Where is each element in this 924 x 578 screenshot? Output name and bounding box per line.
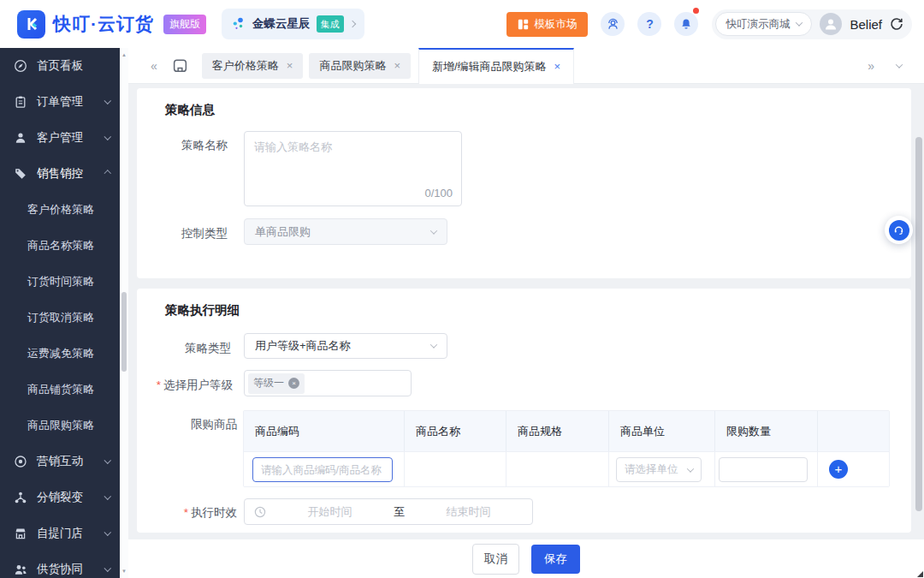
chevron-down-icon bbox=[104, 493, 110, 500]
footer-actions: 取消 保存 bbox=[128, 539, 924, 578]
notifications-button[interactable] bbox=[674, 12, 698, 36]
sidebar-item-order-time-strategy[interactable]: 订货时间策略 bbox=[0, 264, 120, 300]
product-code-input[interactable] bbox=[252, 457, 393, 482]
section-title-strategy-detail: 策略执行明细 bbox=[165, 302, 240, 319]
exec-time-label: *执行时效 bbox=[137, 505, 237, 521]
customer-service-button[interactable] bbox=[601, 12, 625, 36]
strategy-name-field: 0/100 bbox=[244, 131, 462, 206]
sales-tag-icon bbox=[14, 167, 28, 181]
cell-product-code bbox=[244, 452, 405, 486]
save-button[interactable]: 保存 bbox=[531, 545, 580, 574]
sidebar-item-freight-discount-strategy[interactable]: 运费减免策略 bbox=[0, 336, 120, 372]
cell-product-unit: 请选择单位 bbox=[609, 452, 715, 486]
col-limit-quantity: 限购数量 bbox=[715, 411, 818, 451]
sidebar-item-dashboard[interactable]: 首页看板 bbox=[0, 48, 120, 84]
customers-icon bbox=[14, 131, 28, 145]
sidebar-item-supply-collaboration[interactable]: 供货协同 bbox=[0, 551, 120, 578]
close-tab-icon[interactable]: × bbox=[394, 59, 400, 72]
customer-service-float-button[interactable] bbox=[885, 216, 913, 244]
chevron-up-icon bbox=[104, 170, 110, 177]
exec-time-range-picker[interactable]: 开始时间 至 结束时间 bbox=[244, 498, 533, 525]
sidebar-item-distribution[interactable]: 分销裂变 bbox=[0, 480, 120, 515]
sidebar-item-order-cancel-strategy[interactable]: 订货取消策略 bbox=[0, 300, 120, 336]
resize-grip[interactable] bbox=[917, 571, 923, 577]
sidebar-item-label: 销售销控 bbox=[37, 166, 83, 182]
tab-list-dropdown-icon[interactable] bbox=[896, 61, 903, 68]
app-logo-text: 快叮·云订货 bbox=[53, 12, 154, 36]
sidebar-item-label: 供货协同 bbox=[37, 562, 83, 577]
collapse-tabs-icon[interactable]: « bbox=[151, 59, 157, 73]
unit-select[interactable]: 请选择单位 bbox=[616, 457, 702, 482]
control-type-value: 单商品限购 bbox=[255, 224, 311, 240]
sidebar-item-customer-price-strategy[interactable]: 客户价格策略 bbox=[0, 192, 120, 228]
tab-label: 商品限购策略 bbox=[319, 58, 386, 74]
content-area: 策略信息 策略名称 0/100 控制类型 单商品限购 策略执行明细 策略类 bbox=[128, 84, 924, 578]
sidebar-item-label: 商品限购策略 bbox=[27, 418, 94, 433]
sidebar-item-pickup-store[interactable]: 自提门店 bbox=[0, 515, 120, 551]
notification-dot bbox=[693, 8, 699, 14]
template-market-button[interactable]: 模板市场 bbox=[506, 12, 588, 37]
tab-customer-price-strategy[interactable]: 客户价格策略 × bbox=[202, 53, 304, 79]
remove-tag-icon[interactable]: × bbox=[288, 378, 299, 389]
distribution-icon bbox=[14, 491, 28, 504]
chevron-down-icon bbox=[430, 227, 437, 234]
content-scrollbar[interactable] bbox=[915, 84, 922, 578]
expand-tabs-icon[interactable]: » bbox=[868, 59, 874, 73]
scroll-down-icon[interactable]: ▼ bbox=[120, 569, 128, 574]
headset-icon bbox=[889, 220, 909, 241]
add-row-button[interactable]: + bbox=[829, 460, 848, 479]
scroll-up-icon[interactable]: ▲ bbox=[120, 52, 128, 57]
sidebar-item-label: 客户价格策略 bbox=[27, 202, 94, 217]
sidebar-item-product-limit-strategy[interactable]: 商品限购策略 bbox=[0, 408, 120, 444]
close-tab-icon[interactable]: × bbox=[554, 60, 561, 73]
sidebar-item-customers[interactable]: 客户管理 bbox=[0, 120, 120, 156]
home-tab-icon[interactable] bbox=[172, 57, 188, 74]
sidebar-item-marketing[interactable]: 营销互动 bbox=[0, 444, 120, 480]
integration-badge: 集成 bbox=[317, 15, 344, 33]
tab-product-limit-strategy[interactable]: 商品限购策略 × bbox=[309, 53, 411, 79]
close-tab-icon[interactable]: × bbox=[287, 59, 293, 72]
chevron-down-icon bbox=[796, 19, 803, 26]
tag-label: 等级一 bbox=[253, 376, 284, 390]
content-scrollbar-thumb[interactable] bbox=[915, 137, 922, 511]
headset-person-icon bbox=[607, 18, 619, 31]
strategy-type-select[interactable]: 用户等级+商品名称 bbox=[244, 333, 447, 359]
start-time-placeholder: 开始时间 bbox=[266, 504, 394, 520]
help-button[interactable]: ? bbox=[637, 12, 661, 36]
mall-name: 快叮演示商城 bbox=[726, 17, 790, 32]
edition-badge: 旗舰版 bbox=[163, 15, 206, 34]
sidebar-item-orders[interactable]: 订单管理 bbox=[0, 84, 120, 120]
sidebar-item-sales-control[interactable]: 销售销控 bbox=[0, 156, 120, 192]
user-level-label: *选择用户等级 bbox=[137, 378, 233, 393]
control-type-select[interactable]: 单商品限购 bbox=[244, 218, 447, 245]
limit-quantity-input[interactable] bbox=[719, 457, 808, 482]
sidebar-scrollbar[interactable]: ▲ ▼ bbox=[120, 48, 128, 578]
strategy-detail-card: 策略执行明细 策略类型 用户等级+商品名称 *选择用户等级 等级一 × 限购商品 bbox=[137, 289, 911, 533]
strategy-type-label: 策略类型 bbox=[137, 341, 231, 356]
unit-placeholder: 请选择单位 bbox=[625, 462, 678, 477]
template-icon bbox=[518, 19, 529, 30]
refresh-icon bbox=[890, 17, 903, 31]
sidebar-scrollbar-thumb[interactable] bbox=[121, 292, 127, 372]
col-product-name: 商品名称 bbox=[405, 411, 506, 451]
sidebar: 首页看板 订单管理 客户管理 销售销控 客户价格策略 商品名称策略 订货时间策略… bbox=[0, 48, 120, 578]
store-icon bbox=[14, 527, 28, 540]
end-time-placeholder: 结束时间 bbox=[405, 504, 532, 520]
refresh-button[interactable] bbox=[890, 17, 903, 31]
sidebar-item-product-name-strategy[interactable]: 商品名称策略 bbox=[0, 228, 120, 264]
range-separator: 至 bbox=[394, 504, 405, 520]
integration-pill[interactable]: 金蝶云星辰 集成 bbox=[222, 9, 364, 39]
app-logo-icon[interactable] bbox=[17, 10, 45, 39]
mall-select[interactable]: 快叮演示商城 bbox=[715, 12, 812, 36]
sidebar-item-label: 自提门店 bbox=[37, 526, 83, 541]
sidebar-item-product-distribution-strategy[interactable]: 商品铺货策略 bbox=[0, 372, 120, 408]
section-title-strategy-info: 策略信息 bbox=[165, 102, 215, 118]
sidebar-item-label: 分销裂变 bbox=[37, 490, 83, 505]
orders-icon bbox=[14, 95, 28, 109]
avatar[interactable] bbox=[820, 13, 842, 35]
limit-goods-label: 限购商品 bbox=[137, 417, 237, 432]
cancel-button[interactable]: 取消 bbox=[472, 544, 519, 575]
user-level-input[interactable]: 等级一 × bbox=[244, 370, 412, 396]
table-row: 请选择单位 + bbox=[244, 451, 889, 486]
tab-edit-product-limit-strategy-active[interactable]: 新增/编辑商品限购策略 × bbox=[418, 48, 574, 84]
